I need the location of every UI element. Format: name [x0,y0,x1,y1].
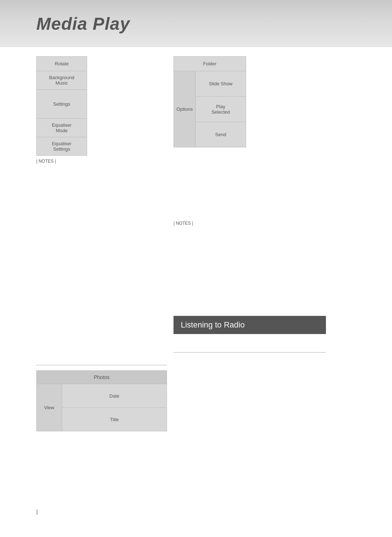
listening-section: Listening to Radio [173,316,326,353]
right-notes: | NOTES | [173,221,193,226]
menu-item-equaliser-settings[interactable]: Equaliser Settings [37,137,87,156]
right-menu: Folder Options Slide Show Play Selected … [173,56,246,147]
options-table: Folder Options Slide Show Play Selected … [173,56,246,147]
left-menu-table: Rotate Background Music Settings Equalis… [36,56,87,156]
left-notes: | NOTES | [36,159,87,164]
options-send[interactable]: Send [196,122,246,147]
options-label: Options [174,71,196,147]
photos-container: Photos View Date Title [36,370,167,431]
menu-item-settings[interactable]: Settings [37,90,87,119]
photos-view-date[interactable]: Date [62,384,167,408]
left-divider [36,365,167,365]
photos-view-title[interactable]: Title [62,408,167,431]
menu-item-background-music[interactable]: Background Music [37,71,87,90]
listening-header: Listening to Radio [173,316,326,334]
bottom-pipe: | [36,509,38,515]
left-menu: Rotate Background Music Settings Equalis… [36,56,87,164]
options-slideshow[interactable]: Slide Show [196,71,246,97]
photos-header: Photos [37,371,167,384]
listening-divider [173,352,326,353]
options-play-selected[interactable]: Play Selected [196,97,246,122]
menu-item-rotate[interactable]: Rotate [37,57,87,71]
options-folder[interactable]: Folder [174,57,246,71]
menu-item-equaliser-mode[interactable]: Equaliser Mode [37,119,87,137]
page-title: Media Play [36,14,130,34]
photos-table: Photos View Date Title [36,370,167,431]
view-label: View [37,384,62,431]
header: Media Play [0,0,392,47]
